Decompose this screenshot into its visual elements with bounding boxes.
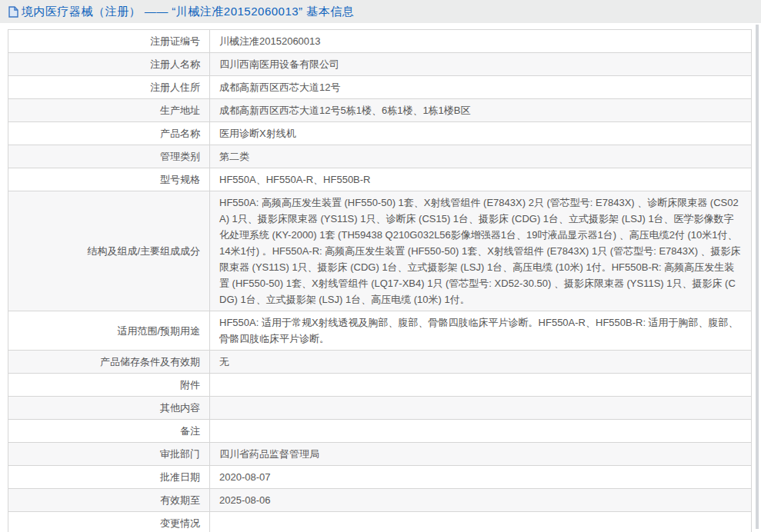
table-row: 产品储存条件及有效期无 bbox=[8, 351, 752, 374]
row-label: 备注 bbox=[8, 420, 210, 443]
table-row: 注册人名称四川西南医用设备有限公司 bbox=[8, 53, 752, 76]
table-row: 备注 bbox=[8, 420, 752, 443]
row-value: 四川西南医用设备有限公司 bbox=[210, 53, 752, 76]
row-label: 注册证编号 bbox=[8, 30, 210, 53]
row-value bbox=[210, 512, 752, 532]
table-row: 注册证编号川械注准20152060013 bbox=[8, 30, 752, 53]
row-value: 成都高新西区西芯大道12号5栋1楼、6栋1楼、1栋1楼B区 bbox=[210, 99, 752, 122]
row-label: 其他内容 bbox=[8, 397, 210, 420]
row-label: 有效期至 bbox=[8, 489, 210, 512]
table-row: 其他内容 bbox=[8, 397, 752, 420]
row-value: 成都高新西区西芯大道12号 bbox=[210, 76, 752, 99]
row-label: 审批部门 bbox=[8, 443, 210, 466]
row-value: HF550A: 适用于常规X射线透视及胸部、腹部、骨骼四肢临床平片诊断。HF55… bbox=[210, 311, 752, 351]
row-value bbox=[210, 397, 752, 420]
row-label: 注册人名称 bbox=[8, 53, 210, 76]
row-value: 川械注准20152060013 bbox=[210, 30, 752, 53]
table-row: 有效期至2025-08-06 bbox=[8, 489, 752, 512]
row-value bbox=[210, 420, 752, 443]
row-label: 注册人住所 bbox=[8, 76, 210, 99]
page-header: 境内医疗器械（注册） —— “川械注准20152060013” 基本信息 bbox=[0, 0, 761, 23]
row-value: 四川省药品监督管理局 bbox=[210, 443, 752, 466]
table-row: 管理类别第二类 bbox=[8, 145, 752, 168]
row-label: 管理类别 bbox=[8, 145, 210, 168]
table-row: 审批部门四川省药品监督管理局 bbox=[8, 443, 752, 466]
scrollbar[interactable] bbox=[756, 25, 759, 529]
table-row: 结构及组成/主要组成成分HF550A: 高频高压发生装置 (HF550-50) … bbox=[8, 191, 752, 311]
document-icon bbox=[8, 6, 18, 18]
row-value: 无 bbox=[210, 351, 752, 374]
table-row: 变更情况 bbox=[8, 512, 752, 532]
table-row: 附件 bbox=[8, 374, 752, 397]
row-label: 批准日期 bbox=[8, 466, 210, 489]
row-value: HF550A、HF550A-R、HF550B-R bbox=[210, 168, 752, 191]
row-label: 适用范围/预期用途 bbox=[8, 311, 210, 351]
row-label: 变更情况 bbox=[8, 512, 210, 532]
table-row: 产品名称医用诊断X射线机 bbox=[8, 122, 752, 145]
row-value: 2020-08-07 bbox=[210, 466, 752, 489]
row-label: 型号规格 bbox=[8, 168, 210, 191]
table-row: 适用范围/预期用途HF550A: 适用于常规X射线透视及胸部、腹部、骨骼四肢临床… bbox=[8, 311, 752, 351]
row-value bbox=[210, 374, 752, 397]
registration-info-page: 境内医疗器械（注册） —— “川械注准20152060013” 基本信息 注册证… bbox=[0, 0, 761, 532]
page-title: 境内医疗器械（注册） —— “川械注准20152060013” 基本信息 bbox=[22, 5, 354, 19]
info-table: 注册证编号川械注准20152060013注册人名称四川西南医用设备有限公司注册人… bbox=[8, 29, 752, 532]
row-value: 2025-08-06 bbox=[210, 489, 752, 512]
row-label: 产品名称 bbox=[8, 122, 210, 145]
info-table-body: 注册证编号川械注准20152060013注册人名称四川西南医用设备有限公司注册人… bbox=[8, 30, 752, 532]
table-row: 批准日期2020-08-07 bbox=[8, 466, 752, 489]
row-value: 医用诊断X射线机 bbox=[210, 122, 752, 145]
row-label: 产品储存条件及有效期 bbox=[8, 351, 210, 374]
row-label: 生产地址 bbox=[8, 99, 210, 122]
info-table-container: 注册证编号川械注准20152060013注册人名称四川西南医用设备有限公司注册人… bbox=[8, 29, 752, 532]
row-label: 结构及组成/主要组成成分 bbox=[8, 191, 210, 311]
row-value: 第二类 bbox=[210, 145, 752, 168]
row-label: 附件 bbox=[8, 374, 210, 397]
table-row: 生产地址成都高新西区西芯大道12号5栋1楼、6栋1楼、1栋1楼B区 bbox=[8, 99, 752, 122]
table-row: 注册人住所成都高新西区西芯大道12号 bbox=[8, 76, 752, 99]
table-row: 型号规格HF550A、HF550A-R、HF550B-R bbox=[8, 168, 752, 191]
row-value: HF550A: 高频高压发生装置 (HF550-50) 1套、X射线管组件 (E… bbox=[210, 191, 752, 311]
